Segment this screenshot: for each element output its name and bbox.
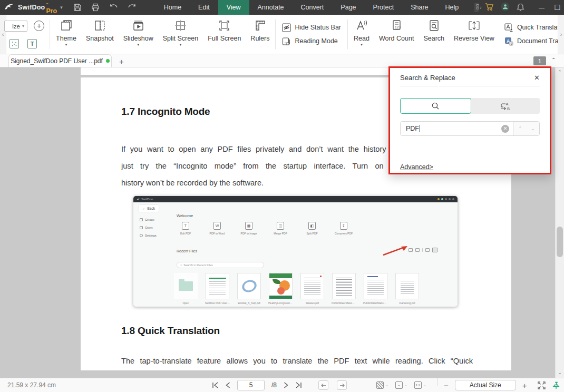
minimize-button[interactable]: — xyxy=(534,0,550,15)
menu-edit[interactable]: Edit xyxy=(190,0,218,15)
find-previous-icon[interactable]: ⌃ xyxy=(514,126,527,131)
zoom-in-button[interactable]: + xyxy=(522,381,527,389)
scroll-up-icon[interactable]: ⌃ xyxy=(556,70,564,75)
maximize-button[interactable]: ☐ xyxy=(550,0,564,15)
plus-icon: + xyxy=(119,57,124,66)
window-controls: — ☐ ✕ xyxy=(534,0,564,15)
menu-convert[interactable]: Convert xyxy=(293,0,333,15)
zoom-ratio-button[interactable]: 1:1⌄ xyxy=(414,381,426,389)
hide-status-bar-button[interactable]: Hide Status Bar xyxy=(282,23,341,32)
reverse-view-button[interactable]: Reverse View xyxy=(449,15,499,54)
previous-page-button[interactable] xyxy=(226,382,230,388)
full-screen-icon xyxy=(217,18,231,33)
page-dimensions-label: 21.59 x 27.94 cm xyxy=(7,378,56,392)
embed-file-card: SwifDoo PDF User Guide.pdf xyxy=(205,273,230,305)
embed-titlebar: SwifDoo xyxy=(133,196,458,202)
embed-maximize-icon xyxy=(449,198,451,200)
redo-icon[interactable] xyxy=(128,4,137,11)
expand-icon xyxy=(538,381,546,389)
document-translation-label: Document Translation xyxy=(517,37,564,45)
print-icon[interactable] xyxy=(91,3,100,12)
hide-status-bar-label: Hide Status Bar xyxy=(295,24,341,31)
find-next-icon[interactable]: ⌄ xyxy=(527,126,539,131)
slideshow-button[interactable]: Slideshow ▾ xyxy=(119,15,158,54)
embed-file-card: PublicWaterMassMailing E... xyxy=(332,273,356,305)
menu-share[interactable]: Share xyxy=(402,0,436,15)
page-number-input[interactable] xyxy=(237,380,265,390)
menu-protect[interactable]: Protect xyxy=(365,0,403,15)
full-screen-button[interactable]: Full Screen xyxy=(203,15,246,54)
account-avatar[interactable] xyxy=(501,2,510,13)
embed-sidebar: Create Open Settings xyxy=(140,218,157,237)
menu-help[interactable]: Help xyxy=(437,0,468,15)
snapshot-button[interactable]: Snapshot xyxy=(81,15,119,54)
advanced-link[interactable]: Advanced> xyxy=(400,163,433,171)
menu-view[interactable]: View xyxy=(218,0,249,15)
svg-text:B: B xyxy=(507,106,510,111)
search-grid-icon xyxy=(477,4,479,11)
pattern-tool-icon[interactable] xyxy=(9,39,19,48)
ribbon-separator xyxy=(275,19,276,49)
collapse-ribbon-icon[interactable]: ⌃ xyxy=(551,57,556,63)
embed-welcome-heading: Welcome xyxy=(177,213,193,218)
last-page-button[interactable] xyxy=(295,382,302,388)
brand-caret-icon[interactable]: ▾ xyxy=(60,5,63,10)
ribbon-separator xyxy=(347,19,348,49)
size-dropdown[interactable]: ize▾ xyxy=(4,21,27,32)
menu-home[interactable]: Home xyxy=(155,0,190,15)
zoom-level-select[interactable]: Actual Size xyxy=(455,380,516,390)
quick-translation-button[interactable]: Quick Translation xyxy=(504,23,564,32)
document-tab[interactable]: Signed_SwifDoo PDF User ...pdf xyxy=(8,54,112,67)
fit-screen-button[interactable] xyxy=(538,378,546,392)
page-total-label: /8 xyxy=(271,381,277,389)
scroll-down-icon[interactable]: ⌄ xyxy=(556,370,564,375)
word-count-icon: 123 xyxy=(390,18,404,33)
pin-button[interactable] xyxy=(552,378,560,392)
scrollbar-thumb[interactable] xyxy=(557,227,563,257)
reading-mode-button[interactable]: Reading Mode xyxy=(282,37,341,46)
first-page-button[interactable] xyxy=(212,382,219,388)
menu-page[interactable]: Page xyxy=(332,0,364,15)
next-view-button[interactable] xyxy=(337,380,347,390)
replace-icon: A B xyxy=(499,102,511,111)
titlebar-expand-icon[interactable]: › xyxy=(480,5,481,11)
previous-view-button[interactable] xyxy=(318,380,328,390)
next-page-button[interactable] xyxy=(284,382,288,388)
page-navigation: /8 xyxy=(212,378,302,392)
dialog-close-icon[interactable]: ✕ xyxy=(534,74,540,81)
embed-tool-label: Merge PDF xyxy=(274,232,287,235)
save-icon[interactable] xyxy=(73,3,82,12)
undo-icon[interactable] xyxy=(109,4,118,11)
ribbon-search-button[interactable]: Search xyxy=(419,15,449,54)
cart-icon[interactable] xyxy=(485,3,494,13)
add-circle-icon[interactable]: + xyxy=(34,21,44,31)
quick-access-toolbar xyxy=(73,3,137,12)
document-translation-button[interactable]: A文 Document Translation xyxy=(504,37,564,46)
page-layout-button[interactable]: −⌄ xyxy=(395,381,407,389)
search-input[interactable]: PDF xyxy=(401,122,501,135)
theme-button[interactable]: Theme ▾ xyxy=(51,15,81,54)
clear-glyph: ✕ xyxy=(503,126,508,131)
background-option-button[interactable]: ⌄ xyxy=(376,381,388,389)
new-tab-button[interactable]: + xyxy=(119,57,124,65)
clear-input-icon[interactable]: ✕ xyxy=(501,125,509,133)
app-brand[interactable]: SwifDoo-Pro ▾ xyxy=(18,0,63,15)
read-button[interactable]: Read ▾ xyxy=(349,15,374,54)
replace-tab[interactable]: A B xyxy=(470,98,540,114)
search-tab[interactable] xyxy=(400,98,471,114)
menu-annotate[interactable]: Annotate xyxy=(249,0,293,15)
text-tool-icon[interactable]: T xyxy=(27,39,37,48)
embed-avatar-icon xyxy=(441,198,443,200)
embed-tool-label: PDF to Image xyxy=(241,232,257,235)
ribbon-scroll-right[interactable]: › xyxy=(558,15,564,54)
notification-bell-icon[interactable] xyxy=(517,3,524,13)
embed-recent-heading: Recent Files xyxy=(177,249,197,253)
word-count-button[interactable]: 123 Word Count xyxy=(374,15,419,54)
split-screen-button[interactable]: Split Screen ▾ xyxy=(158,15,203,54)
rulers-button[interactable]: Rulers xyxy=(246,15,274,54)
titlebar-search-box[interactable]: Se xyxy=(474,3,479,12)
ribbon-separator xyxy=(50,19,50,49)
rulers-label: Rulers xyxy=(250,35,269,42)
vertical-scrollbar[interactable]: ⌃ ⌄ xyxy=(555,67,564,378)
zoom-out-button[interactable]: − xyxy=(444,381,449,389)
